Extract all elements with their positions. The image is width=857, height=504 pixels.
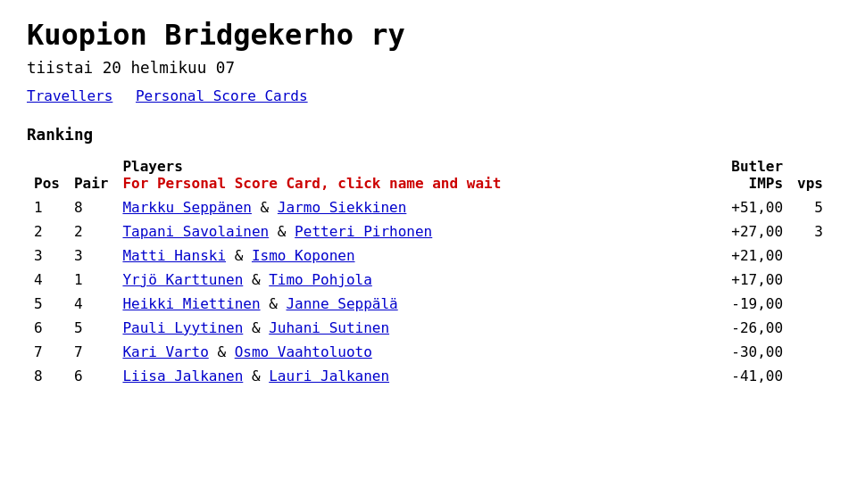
- player-amp: &: [261, 295, 287, 312]
- table-row: 54Heikki Miettinen & Janne Seppälä-19,00: [27, 292, 830, 316]
- cell-pos: 5: [27, 292, 67, 316]
- player2-link[interactable]: Petteri Pirhonen: [295, 223, 432, 240]
- player1-link[interactable]: Heikki Miettinen: [122, 295, 260, 312]
- header-butler-line1: Butler: [708, 158, 783, 175]
- header-players-line2: For Personal Score Card, click name and …: [122, 175, 694, 192]
- cell-players: Heikki Miettinen & Janne Seppälä: [115, 292, 701, 316]
- cell-pos: 1: [27, 195, 67, 219]
- cell-players: Kari Varto & Osmo Vaahtoluoto: [115, 340, 701, 364]
- player2-link[interactable]: Osmo Vaahtoluoto: [235, 343, 372, 360]
- personal-score-cards-link[interactable]: Personal Score Cards: [136, 87, 308, 104]
- player2-link[interactable]: Timo Pohjola: [269, 271, 372, 288]
- cell-pair: 4: [67, 292, 116, 316]
- player-amp: &: [243, 319, 269, 336]
- player-amp: &: [243, 368, 269, 384]
- header-pos: Pos: [27, 154, 67, 195]
- cell-pos: 6: [27, 316, 67, 340]
- nav-links: Travellers Personal Score Cards: [27, 87, 830, 104]
- table-row: 33Matti Hanski & Ismo Koponen+21,00: [27, 244, 830, 268]
- cell-pos: 3: [27, 244, 67, 268]
- player2-link[interactable]: Ismo Koponen: [252, 247, 355, 264]
- cell-pair: 5: [67, 316, 116, 340]
- table-row: 77Kari Varto & Osmo Vaahtoluoto-30,00: [27, 340, 830, 364]
- player1-link[interactable]: Tapani Savolainen: [122, 223, 269, 240]
- cell-pos: 4: [27, 268, 67, 292]
- cell-butler: -41,00: [701, 364, 790, 388]
- player2-link[interactable]: Lauri Jalkanen: [269, 368, 389, 384]
- player-amp: &: [209, 343, 235, 360]
- player-amp: &: [226, 247, 252, 264]
- player1-link[interactable]: Liisa Jalkanen: [122, 368, 243, 384]
- player2-link[interactable]: Juhani Sutinen: [269, 319, 389, 336]
- cell-players: Pauli Lyytinen & Juhani Sutinen: [115, 316, 701, 340]
- cell-vps: 3: [790, 219, 830, 244]
- cell-pair: 2: [67, 219, 116, 244]
- player1-link[interactable]: Matti Hanski: [122, 247, 226, 264]
- table-row: 65Pauli Lyytinen & Juhani Sutinen-26,00: [27, 316, 830, 340]
- cell-butler: +27,00: [701, 219, 790, 244]
- player1-link[interactable]: Yrjö Karttunen: [122, 271, 243, 288]
- ranking-label: Ranking: [27, 126, 830, 144]
- header-players: Players For Personal Score Card, click n…: [115, 154, 701, 195]
- cell-butler: -19,00: [701, 292, 790, 316]
- cell-pos: 2: [27, 219, 67, 244]
- player-amp: &: [252, 199, 278, 216]
- player-amp: &: [243, 271, 269, 288]
- cell-vps: [790, 364, 830, 388]
- player-amp: &: [269, 223, 295, 240]
- cell-vps: [790, 292, 830, 316]
- header-players-line1: Players: [122, 158, 694, 175]
- cell-butler: -30,00: [701, 340, 790, 364]
- cell-players: Matti Hanski & Ismo Koponen: [115, 244, 701, 268]
- ranking-table: Pos Pair Players For Personal Score Card…: [27, 154, 830, 388]
- subtitle: tiistai 20 helmikuu 07: [27, 59, 830, 77]
- cell-butler: +21,00: [701, 244, 790, 268]
- cell-players: Liisa Jalkanen & Lauri Jalkanen: [115, 364, 701, 388]
- cell-pos: 7: [27, 340, 67, 364]
- header-vps: vps: [790, 154, 830, 195]
- cell-players: Markku Seppänen & Jarmo Siekkinen: [115, 195, 701, 219]
- cell-pair: 1: [67, 268, 116, 292]
- player2-link[interactable]: Jarmo Siekkinen: [278, 199, 407, 216]
- page-title: Kuopion Bridgekerho ry: [27, 18, 830, 52]
- table-row: 86Liisa Jalkanen & Lauri Jalkanen-41,00: [27, 364, 830, 388]
- cell-vps: [790, 268, 830, 292]
- header-pair: Pair: [67, 154, 116, 195]
- cell-pos: 8: [27, 364, 67, 388]
- cell-butler: -26,00: [701, 316, 790, 340]
- player2-link[interactable]: Janne Seppälä: [286, 295, 397, 312]
- cell-vps: [790, 316, 830, 340]
- cell-pair: 7: [67, 340, 116, 364]
- table-row: 22Tapani Savolainen & Petteri Pirhonen+2…: [27, 219, 830, 244]
- travellers-link[interactable]: Travellers: [27, 87, 112, 104]
- cell-butler: +51,00: [701, 195, 790, 219]
- cell-players: Tapani Savolainen & Petteri Pirhonen: [115, 219, 701, 244]
- cell-vps: 5: [790, 195, 830, 219]
- cell-vps: [790, 244, 830, 268]
- cell-butler: +17,00: [701, 268, 790, 292]
- cell-pair: 8: [67, 195, 116, 219]
- cell-pair: 6: [67, 364, 116, 388]
- player1-link[interactable]: Kari Varto: [122, 343, 208, 360]
- table-row: 41Yrjö Karttunen & Timo Pohjola+17,00: [27, 268, 830, 292]
- header-butler: Butler IMPs: [701, 154, 790, 195]
- cell-pair: 3: [67, 244, 116, 268]
- player1-link[interactable]: Markku Seppänen: [122, 199, 252, 216]
- table-row: 18Markku Seppänen & Jarmo Siekkinen+51,0…: [27, 195, 830, 219]
- cell-vps: [790, 340, 830, 364]
- cell-players: Yrjö Karttunen & Timo Pohjola: [115, 268, 701, 292]
- header-butler-line2: IMPs: [708, 175, 783, 192]
- player1-link[interactable]: Pauli Lyytinen: [122, 319, 243, 336]
